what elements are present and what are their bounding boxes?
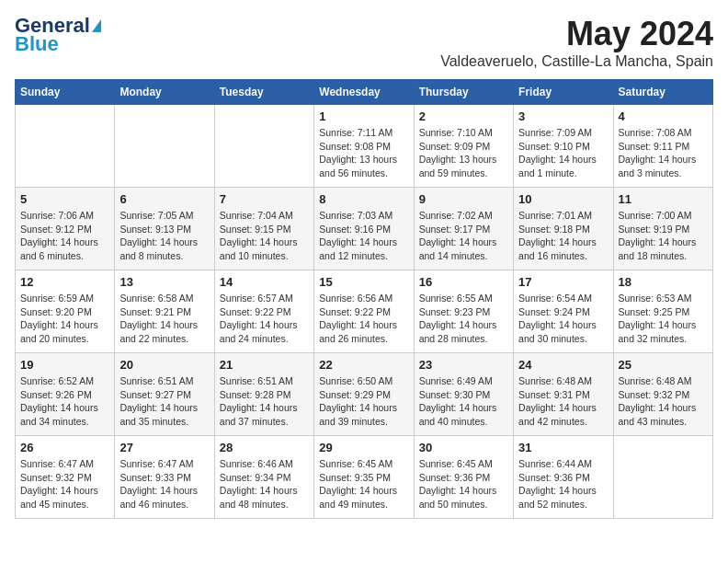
month-title: May 2024 [440, 15, 713, 53]
calendar-cell [115, 105, 214, 188]
day-number: 16 [419, 275, 508, 289]
day-number: 22 [319, 358, 408, 372]
day-info: Sunrise: 6:45 AMSunset: 9:35 PMDaylight:… [319, 457, 408, 511]
day-number: 2 [419, 109, 508, 123]
calendar-cell: 20Sunrise: 6:51 AMSunset: 9:27 PMDayligh… [115, 353, 214, 436]
day-number: 26 [20, 441, 109, 454]
column-header-saturday: Saturday [613, 80, 712, 105]
column-header-tuesday: Tuesday [214, 80, 313, 105]
day-info: Sunrise: 6:48 AMSunset: 9:32 PMDaylight:… [619, 374, 708, 429]
calendar-week-row: 12Sunrise: 6:59 AMSunset: 9:20 PMDayligh… [16, 270, 713, 353]
day-info: Sunrise: 7:08 AMSunset: 9:11 PMDaylight:… [619, 126, 708, 180]
day-info: Sunrise: 7:11 AMSunset: 9:08 PMDaylight:… [319, 126, 408, 180]
column-header-sunday: Sunday [16, 80, 115, 105]
calendar-cell: 9Sunrise: 7:02 AMSunset: 9:17 PMDaylight… [414, 188, 513, 270]
day-number: 12 [20, 275, 109, 289]
day-number: 15 [319, 275, 408, 289]
logo-blue: Blue [15, 33, 59, 55]
logo-triangle-icon [92, 19, 101, 32]
day-info: Sunrise: 6:51 AMSunset: 9:27 PMDaylight:… [119, 374, 209, 429]
day-number: 17 [518, 275, 608, 289]
day-info: Sunrise: 6:51 AMSunset: 9:28 PMDaylight:… [220, 374, 309, 429]
calendar-cell [214, 105, 313, 188]
calendar-cell: 2Sunrise: 7:10 AMSunset: 9:09 PMDaylight… [414, 105, 513, 188]
day-info: Sunrise: 6:55 AMSunset: 9:23 PMDaylight:… [419, 292, 508, 346]
day-number: 11 [619, 192, 708, 206]
calendar-cell: 6Sunrise: 7:05 AMSunset: 9:13 PMDaylight… [115, 188, 214, 270]
column-header-wednesday: Wednesday [314, 80, 414, 105]
calendar-cell: 12Sunrise: 6:59 AMSunset: 9:20 PMDayligh… [16, 270, 115, 353]
calendar-week-row: 5Sunrise: 7:06 AMSunset: 9:12 PMDaylight… [16, 188, 713, 270]
calendar-cell: 26Sunrise: 6:47 AMSunset: 9:32 PMDayligh… [16, 436, 115, 519]
calendar-cell: 30Sunrise: 6:45 AMSunset: 9:36 PMDayligh… [414, 436, 513, 519]
calendar-cell: 25Sunrise: 6:48 AMSunset: 9:32 PMDayligh… [613, 353, 712, 436]
calendar-cell: 15Sunrise: 6:56 AMSunset: 9:22 PMDayligh… [314, 270, 414, 353]
calendar-cell: 16Sunrise: 6:55 AMSunset: 9:23 PMDayligh… [414, 270, 513, 353]
day-number: 13 [119, 275, 209, 289]
calendar-cell: 28Sunrise: 6:46 AMSunset: 9:34 PMDayligh… [214, 436, 313, 519]
location-title: Valdeaveruelo, Castille-La Mancha, Spain [440, 53, 713, 70]
day-number: 14 [220, 275, 309, 289]
calendar-cell: 21Sunrise: 6:51 AMSunset: 9:28 PMDayligh… [214, 353, 313, 436]
day-number: 29 [319, 441, 408, 454]
calendar-cell: 13Sunrise: 6:58 AMSunset: 9:21 PMDayligh… [115, 270, 214, 353]
column-header-thursday: Thursday [414, 80, 513, 105]
column-header-monday: Monday [115, 80, 214, 105]
day-number: 23 [419, 358, 508, 372]
day-info: Sunrise: 7:00 AMSunset: 9:19 PMDaylight:… [619, 209, 708, 263]
day-info: Sunrise: 6:48 AMSunset: 9:31 PMDaylight:… [518, 374, 608, 429]
calendar-table: SundayMondayTuesdayWednesdayThursdayFrid… [15, 79, 713, 519]
day-number: 9 [419, 192, 508, 206]
calendar-cell: 22Sunrise: 6:50 AMSunset: 9:29 PMDayligh… [314, 353, 414, 436]
calendar-cell: 29Sunrise: 6:45 AMSunset: 9:35 PMDayligh… [314, 436, 414, 519]
day-info: Sunrise: 6:47 AMSunset: 9:32 PMDaylight:… [20, 457, 109, 511]
calendar-cell: 14Sunrise: 6:57 AMSunset: 9:22 PMDayligh… [214, 270, 313, 353]
day-info: Sunrise: 7:03 AMSunset: 9:16 PMDaylight:… [319, 209, 408, 263]
calendar-cell: 8Sunrise: 7:03 AMSunset: 9:16 PMDaylight… [314, 188, 414, 270]
day-info: Sunrise: 6:59 AMSunset: 9:20 PMDaylight:… [20, 292, 109, 346]
day-info: Sunrise: 6:45 AMSunset: 9:36 PMDaylight:… [419, 457, 508, 511]
calendar-cell: 10Sunrise: 7:01 AMSunset: 9:18 PMDayligh… [514, 188, 613, 270]
day-info: Sunrise: 6:44 AMSunset: 9:36 PMDaylight:… [518, 457, 608, 511]
day-number: 21 [220, 358, 309, 372]
day-number: 1 [319, 109, 408, 123]
day-number: 25 [619, 358, 708, 372]
day-number: 31 [518, 441, 608, 454]
calendar-cell [613, 436, 712, 519]
day-number: 20 [119, 358, 209, 372]
day-info: Sunrise: 7:01 AMSunset: 9:18 PMDaylight:… [518, 209, 608, 263]
day-number: 7 [220, 192, 309, 206]
day-number: 3 [518, 109, 608, 123]
day-number: 8 [319, 192, 408, 206]
day-info: Sunrise: 6:49 AMSunset: 9:30 PMDaylight:… [419, 374, 508, 429]
calendar-cell: 27Sunrise: 6:47 AMSunset: 9:33 PMDayligh… [115, 436, 214, 519]
calendar-header-row: SundayMondayTuesdayWednesdayThursdayFrid… [16, 80, 713, 105]
calendar-cell: 7Sunrise: 7:04 AMSunset: 9:15 PMDaylight… [214, 188, 313, 270]
day-number: 19 [20, 358, 109, 372]
day-info: Sunrise: 6:50 AMSunset: 9:29 PMDaylight:… [319, 374, 408, 429]
day-info: Sunrise: 6:52 AMSunset: 9:26 PMDaylight:… [20, 374, 109, 429]
day-info: Sunrise: 7:06 AMSunset: 9:12 PMDaylight:… [20, 209, 109, 263]
day-info: Sunrise: 7:02 AMSunset: 9:17 PMDaylight:… [419, 209, 508, 263]
day-number: 30 [419, 441, 508, 454]
day-info: Sunrise: 7:05 AMSunset: 9:13 PMDaylight:… [119, 209, 209, 263]
calendar-cell: 19Sunrise: 6:52 AMSunset: 9:26 PMDayligh… [16, 353, 115, 436]
calendar-cell: 18Sunrise: 6:53 AMSunset: 9:25 PMDayligh… [613, 270, 712, 353]
title-section: May 2024 Valdeaveruelo, Castille-La Manc… [440, 15, 713, 70]
day-info: Sunrise: 6:56 AMSunset: 9:22 PMDaylight:… [319, 292, 408, 346]
day-info: Sunrise: 7:04 AMSunset: 9:15 PMDaylight:… [220, 209, 309, 263]
day-number: 10 [518, 192, 608, 206]
day-number: 27 [119, 441, 209, 454]
calendar-cell: 17Sunrise: 6:54 AMSunset: 9:24 PMDayligh… [514, 270, 613, 353]
calendar-cell: 3Sunrise: 7:09 AMSunset: 9:10 PMDaylight… [514, 105, 613, 188]
calendar-cell: 5Sunrise: 7:06 AMSunset: 9:12 PMDaylight… [16, 188, 115, 270]
calendar-cell: 11Sunrise: 7:00 AMSunset: 9:19 PMDayligh… [613, 188, 712, 270]
calendar-cell [16, 105, 115, 188]
calendar-cell: 1Sunrise: 7:11 AMSunset: 9:08 PMDaylight… [314, 105, 414, 188]
day-info: Sunrise: 6:58 AMSunset: 9:21 PMDaylight:… [119, 292, 209, 346]
column-header-friday: Friday [514, 80, 613, 105]
logo: General Blue [15, 15, 101, 55]
calendar-week-row: 19Sunrise: 6:52 AMSunset: 9:26 PMDayligh… [16, 353, 713, 436]
day-info: Sunrise: 6:57 AMSunset: 9:22 PMDaylight:… [220, 292, 309, 346]
day-info: Sunrise: 7:10 AMSunset: 9:09 PMDaylight:… [419, 126, 508, 180]
